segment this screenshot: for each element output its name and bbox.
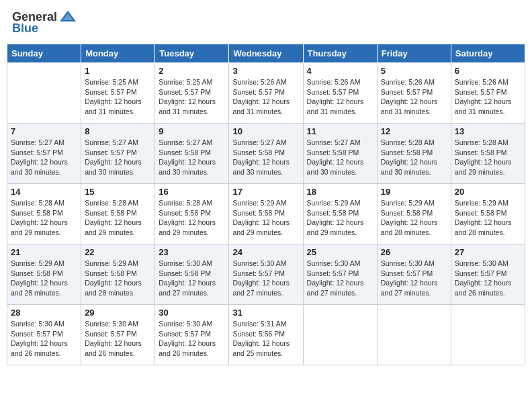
day-number: 27 [455,247,521,257]
day-info: Sunrise: 5:30 AM Sunset: 5:57 PM Dayligh… [307,259,373,298]
column-header-saturday: Saturday [451,44,525,63]
day-number: 21 [11,247,77,257]
empty-cell [7,63,81,124]
day-number: 26 [381,247,447,257]
week-row-4: 21Sunrise: 5:29 AM Sunset: 5:58 PM Dayli… [7,244,525,305]
day-info: Sunrise: 5:26 AM Sunset: 5:57 PM Dayligh… [381,77,447,117]
calendar-table: SundayMondayTuesdayWednesdayThursdayFrid… [7,44,525,365]
column-header-wednesday: Wednesday [229,44,303,63]
day-number: 29 [85,308,151,318]
day-info: Sunrise: 5:28 AM Sunset: 5:58 PM Dayligh… [159,198,225,238]
day-cell-5: 5Sunrise: 5:26 AM Sunset: 5:57 PM Daylig… [377,63,451,124]
calendar-header-row: SundayMondayTuesdayWednesdayThursdayFrid… [7,44,525,63]
day-info: Sunrise: 5:29 AM Sunset: 5:58 PM Dayligh… [381,198,447,238]
day-info: Sunrise: 5:25 AM Sunset: 5:57 PM Dayligh… [159,77,225,117]
day-cell-10: 10Sunrise: 5:27 AM Sunset: 5:58 PM Dayli… [229,124,303,184]
day-cell-15: 15Sunrise: 5:28 AM Sunset: 5:58 PM Dayli… [81,184,155,244]
day-info: Sunrise: 5:29 AM Sunset: 5:58 PM Dayligh… [307,198,373,238]
day-cell-12: 12Sunrise: 5:28 AM Sunset: 5:58 PM Dayli… [377,124,451,184]
logo-blue-text: Blue [12,21,38,36]
week-row-3: 14Sunrise: 5:28 AM Sunset: 5:58 PM Dayli… [7,184,525,244]
week-row-2: 7Sunrise: 5:27 AM Sunset: 5:57 PM Daylig… [7,124,525,184]
empty-cell [303,305,377,365]
day-info: Sunrise: 5:27 AM Sunset: 5:57 PM Dayligh… [85,138,151,177]
day-number: 25 [307,247,373,257]
day-info: Sunrise: 5:26 AM Sunset: 5:57 PM Dayligh… [232,77,299,117]
day-cell-14: 14Sunrise: 5:28 AM Sunset: 5:58 PM Dayli… [7,184,81,244]
day-info: Sunrise: 5:28 AM Sunset: 5:58 PM Dayligh… [381,138,447,177]
day-number: 11 [307,126,373,136]
day-info: Sunrise: 5:30 AM Sunset: 5:58 PM Dayligh… [159,259,225,298]
day-info: Sunrise: 5:28 AM Sunset: 5:58 PM Dayligh… [85,198,151,238]
day-cell-8: 8Sunrise: 5:27 AM Sunset: 5:57 PM Daylig… [81,124,155,184]
day-cell-22: 22Sunrise: 5:29 AM Sunset: 5:58 PM Dayli… [81,244,155,305]
day-cell-2: 2Sunrise: 5:25 AM Sunset: 5:57 PM Daylig… [155,63,229,124]
day-cell-29: 29Sunrise: 5:30 AM Sunset: 5:57 PM Dayli… [81,305,155,365]
day-number: 23 [159,247,225,257]
day-number: 13 [455,126,521,136]
day-info: Sunrise: 5:30 AM Sunset: 5:57 PM Dayligh… [381,259,447,298]
day-info: Sunrise: 5:31 AM Sunset: 5:56 PM Dayligh… [232,319,299,359]
day-info: Sunrise: 5:30 AM Sunset: 5:57 PM Dayligh… [232,259,299,298]
column-header-monday: Monday [81,44,155,63]
day-number: 9 [159,126,225,136]
day-cell-19: 19Sunrise: 5:29 AM Sunset: 5:58 PM Dayli… [377,184,451,244]
day-number: 2 [159,66,225,76]
day-cell-24: 24Sunrise: 5:30 AM Sunset: 5:57 PM Dayli… [229,244,303,305]
day-info: Sunrise: 5:29 AM Sunset: 5:58 PM Dayligh… [11,259,77,298]
day-cell-28: 28Sunrise: 5:30 AM Sunset: 5:57 PM Dayli… [7,305,81,365]
day-cell-13: 13Sunrise: 5:28 AM Sunset: 5:58 PM Dayli… [451,124,525,184]
day-number: 3 [232,66,299,76]
day-info: Sunrise: 5:25 AM Sunset: 5:57 PM Dayligh… [85,77,151,117]
day-number: 31 [232,308,299,318]
day-cell-25: 25Sunrise: 5:30 AM Sunset: 5:57 PM Dayli… [303,244,377,305]
day-cell-9: 9Sunrise: 5:27 AM Sunset: 5:58 PM Daylig… [155,124,229,184]
day-number: 4 [307,66,373,76]
empty-cell [377,305,451,365]
day-cell-7: 7Sunrise: 5:27 AM Sunset: 5:57 PM Daylig… [7,124,81,184]
week-row-1: 1Sunrise: 5:25 AM Sunset: 5:57 PM Daylig… [7,63,525,124]
day-number: 7 [11,126,77,136]
day-number: 22 [85,247,151,257]
day-info: Sunrise: 5:29 AM Sunset: 5:58 PM Dayligh… [455,198,521,238]
day-cell-17: 17Sunrise: 5:29 AM Sunset: 5:58 PM Dayli… [229,184,303,244]
day-cell-30: 30Sunrise: 5:30 AM Sunset: 5:57 PM Dayli… [155,305,229,365]
day-cell-23: 23Sunrise: 5:30 AM Sunset: 5:58 PM Dayli… [155,244,229,305]
day-number: 5 [381,66,447,76]
day-cell-16: 16Sunrise: 5:28 AM Sunset: 5:58 PM Dayli… [155,184,229,244]
day-number: 1 [85,66,151,76]
day-cell-6: 6Sunrise: 5:26 AM Sunset: 5:57 PM Daylig… [451,63,525,124]
page-header: General Blue [7,7,525,38]
day-number: 15 [85,187,151,197]
day-number: 20 [455,187,521,197]
day-info: Sunrise: 5:27 AM Sunset: 5:57 PM Dayligh… [11,138,77,177]
day-number: 12 [381,126,447,136]
empty-cell [451,305,525,365]
day-cell-1: 1Sunrise: 5:25 AM Sunset: 5:57 PM Daylig… [81,63,155,124]
day-info: Sunrise: 5:28 AM Sunset: 5:58 PM Dayligh… [11,198,77,238]
day-number: 19 [381,187,447,197]
day-cell-18: 18Sunrise: 5:29 AM Sunset: 5:58 PM Dayli… [303,184,377,244]
day-number: 8 [85,126,151,136]
day-number: 30 [159,308,225,318]
day-info: Sunrise: 5:26 AM Sunset: 5:57 PM Dayligh… [455,77,521,117]
day-info: Sunrise: 5:26 AM Sunset: 5:57 PM Dayligh… [307,77,373,117]
day-cell-3: 3Sunrise: 5:26 AM Sunset: 5:57 PM Daylig… [229,63,303,124]
day-info: Sunrise: 5:30 AM Sunset: 5:57 PM Dayligh… [11,319,77,359]
day-number: 10 [232,126,299,136]
day-info: Sunrise: 5:27 AM Sunset: 5:58 PM Dayligh… [232,138,299,177]
day-cell-26: 26Sunrise: 5:30 AM Sunset: 5:57 PM Dayli… [377,244,451,305]
day-info: Sunrise: 5:27 AM Sunset: 5:58 PM Dayligh… [307,138,373,177]
day-number: 6 [455,66,521,76]
week-row-5: 28Sunrise: 5:30 AM Sunset: 5:57 PM Dayli… [7,305,525,365]
day-number: 16 [159,187,225,197]
day-cell-27: 27Sunrise: 5:30 AM Sunset: 5:57 PM Dayli… [451,244,525,305]
day-number: 17 [232,187,299,197]
day-cell-11: 11Sunrise: 5:27 AM Sunset: 5:58 PM Dayli… [303,124,377,184]
day-number: 18 [307,187,373,197]
column-header-thursday: Thursday [303,44,377,63]
day-info: Sunrise: 5:30 AM Sunset: 5:57 PM Dayligh… [455,259,521,298]
day-cell-21: 21Sunrise: 5:29 AM Sunset: 5:58 PM Dayli… [7,244,81,305]
day-info: Sunrise: 5:29 AM Sunset: 5:58 PM Dayligh… [232,198,299,238]
day-info: Sunrise: 5:27 AM Sunset: 5:58 PM Dayligh… [159,138,225,177]
